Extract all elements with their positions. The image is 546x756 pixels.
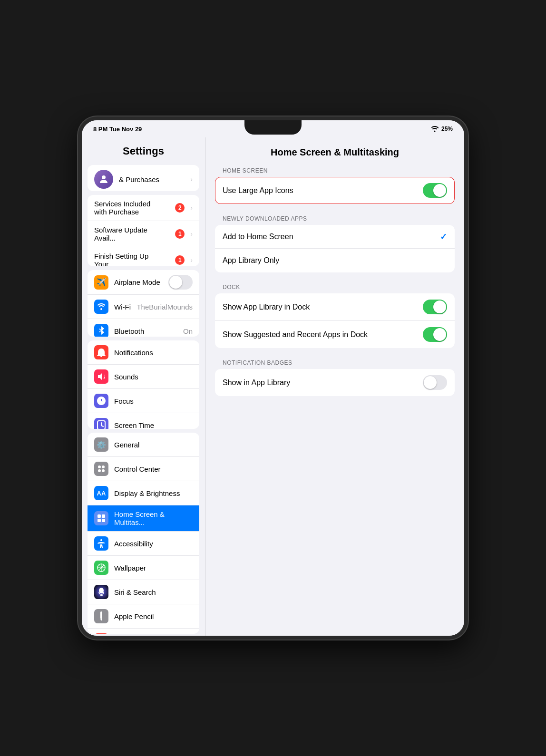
large-icons-knob: [433, 184, 446, 197]
sidebar-item-sounds[interactable]: Sounds: [88, 365, 199, 389]
sidebar-title: Settings: [82, 137, 205, 163]
add-to-home-check: ✓: [440, 232, 447, 242]
airplane-label: Airplane Mode: [114, 278, 163, 286]
wallpaper-label: Wallpaper: [114, 564, 193, 572]
svg-rect-6: [98, 514, 101, 518]
control-center-label: Control Center: [114, 465, 193, 473]
dock-group: Show App Library in Dock Show Suggested …: [215, 293, 455, 348]
display-brightness-icon: AA: [94, 486, 108, 500]
software-chevron: ›: [190, 230, 193, 238]
sidebar-item-notifications[interactable]: Notifications: [88, 340, 199, 365]
sidebar-item-wifi[interactable]: Wi-Fi TheBurialMounds: [88, 295, 199, 319]
wifi-value: TheBurialMounds: [136, 303, 193, 311]
main-content: Settings & Purchases › Services Included…: [82, 137, 464, 636]
sidebar-item-siri-search[interactable]: Siri & Search: [88, 580, 199, 604]
bluetooth-value: On: [183, 327, 193, 335]
show-app-library-knob: [433, 300, 446, 313]
sidebar-item-control-center[interactable]: Control Center: [88, 457, 199, 481]
display-brightness-label: Display & Brightness: [114, 489, 193, 497]
show-in-app-library-label: Show in App Library: [223, 378, 418, 387]
svg-point-3: [102, 465, 105, 468]
notifications-icon: [94, 345, 108, 359]
accessibility-icon: [94, 536, 108, 551]
wallpaper-icon: [94, 561, 108, 575]
wifi-label: Wi-Fi: [114, 303, 131, 311]
user-row[interactable]: & Purchases ›: [88, 165, 199, 191]
sidebar-item-display-brightness[interactable]: AA Display & Brightness: [88, 481, 199, 505]
home-screen-section: HOME SCREEN Use Large App Icons: [215, 167, 455, 204]
sidebar-item-services[interactable]: Services Includedwith Purchase 2 ›: [88, 195, 199, 221]
user-section: & Purchases ›: [88, 165, 199, 191]
focus-label: Focus: [114, 397, 193, 405]
large-icons-row[interactable]: Use Large App Icons: [215, 177, 455, 204]
services-label: Services Includedwith Purchase: [94, 200, 169, 216]
sidebar-item-accessibility[interactable]: Accessibility: [88, 532, 199, 556]
app-library-only-row[interactable]: App Library Only: [215, 249, 455, 272]
show-app-library-row[interactable]: Show App Library in Dock: [215, 293, 455, 321]
show-suggested-label: Show Suggested and Recent Apps in Dock: [223, 330, 418, 339]
services-chevron: ›: [190, 204, 193, 212]
sounds-label: Sounds: [114, 373, 193, 381]
control-center-icon: [94, 462, 108, 476]
touch-id-icon: [94, 633, 108, 634]
sidebar-item-wallpaper[interactable]: Wallpaper: [88, 556, 199, 580]
home-screen-icon: [94, 511, 108, 525]
sidebar-item-software-update[interactable]: Software Update Avail... 1 ›: [88, 221, 199, 247]
sidebar-item-home-screen[interactable]: Home Screen & Multitas...: [88, 505, 199, 532]
sidebar-item-general[interactable]: ⚙️ General: [88, 433, 199, 457]
bluetooth-label: Bluetooth: [114, 327, 177, 335]
battery-text: 25%: [441, 126, 453, 132]
svg-point-0: [102, 175, 106, 179]
screen-time-icon: [94, 418, 108, 429]
dock-section-header: DOCK: [215, 284, 455, 291]
notifications-group: Notifications Sounds Focus: [88, 340, 199, 429]
accessibility-label: Accessibility: [114, 540, 193, 548]
camera-notch: [244, 120, 302, 135]
status-time: 8 PM Tue Nov 29: [93, 126, 142, 133]
app-library-only-label: App Library Only: [223, 256, 447, 265]
focus-icon: [94, 394, 108, 408]
show-suggested-toggle[interactable]: [423, 327, 447, 342]
avatar: [94, 170, 113, 189]
wifi-icon: [431, 126, 439, 132]
connectivity-group: ✈️ Airplane Mode Wi-Fi TheBurialMounds: [88, 270, 199, 337]
add-to-home-row[interactable]: Add to Home Screen ✓: [215, 225, 455, 249]
sidebar-item-focus[interactable]: Focus: [88, 389, 199, 413]
panel-title: Home Screen & Multitasking: [215, 147, 455, 158]
add-to-home-label: Add to Home Screen: [223, 233, 435, 241]
show-app-library-label: Show App Library in Dock: [223, 303, 418, 311]
show-app-library-toggle[interactable]: [423, 300, 447, 314]
sidebar: Settings & Purchases › Services Included…: [82, 137, 205, 636]
home-screen-group: Use Large App Icons: [215, 177, 455, 204]
large-icons-label: Use Large App Icons: [223, 186, 418, 195]
user-chevron: ›: [190, 175, 193, 183]
finish-setup-label: Finish Setting Up Your...: [94, 252, 169, 266]
sounds-icon: [94, 369, 108, 384]
svg-marker-16: [100, 619, 102, 621]
newly-downloaded-header: NEWLY DOWNLOADED APPS: [215, 215, 455, 222]
sidebar-item-airplane-mode[interactable]: ✈️ Airplane Mode: [88, 270, 199, 295]
svg-rect-15: [100, 611, 102, 619]
sidebar-item-finish-setup[interactable]: Finish Setting Up Your... 1 ›: [88, 247, 199, 266]
status-icons: 25%: [431, 126, 453, 132]
show-suggested-row[interactable]: Show Suggested and Recent Apps in Dock: [215, 321, 455, 348]
airplane-toggle[interactable]: [168, 275, 193, 290]
airplane-toggle-knob: [169, 276, 182, 289]
svg-rect-9: [102, 519, 105, 522]
finish-chevron: ›: [190, 256, 193, 264]
software-update-label: Software Update Avail...: [94, 226, 169, 242]
show-in-app-library-knob: [424, 376, 437, 389]
ipad-device: 8 PM Tue Nov 29 25% Settings & Purchases…: [78, 116, 468, 640]
screen-time-label: Screen Time: [114, 421, 193, 429]
sidebar-item-screen-time[interactable]: Screen Time: [88, 413, 199, 429]
services-badge: 2: [175, 203, 185, 213]
large-icons-toggle[interactable]: [423, 183, 447, 198]
general-label: General: [114, 441, 193, 449]
show-in-app-library-toggle[interactable]: [423, 375, 447, 390]
sidebar-item-apple-pencil[interactable]: Apple Pencil: [88, 604, 199, 629]
sidebar-item-touch-id[interactable]: Touch ID & Passcode: [88, 629, 199, 634]
show-in-app-library-row[interactable]: Show in App Library: [215, 369, 455, 396]
bluetooth-icon: [94, 324, 108, 337]
sidebar-item-bluetooth[interactable]: Bluetooth On: [88, 319, 199, 337]
svg-point-12: [99, 588, 104, 593]
